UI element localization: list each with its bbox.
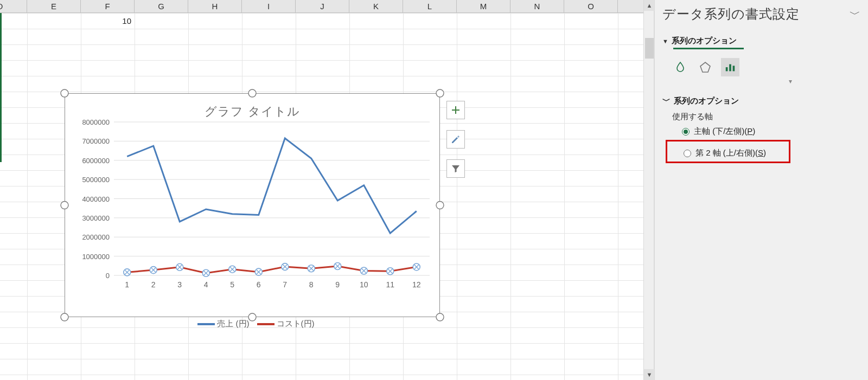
svg-text:2000000: 2000000 <box>82 233 110 241</box>
format-data-series-pane: データ系列の書式設定 ﹀ ▼ 系列のオプション ▾ ﹀ 系列のオプション 使用す… <box>654 0 868 380</box>
series-options-header[interactable]: ▼ 系列のオプション <box>662 36 860 46</box>
svg-text:5: 5 <box>230 280 234 289</box>
column-header[interactable]: G <box>135 0 188 13</box>
scroll-down-arrow[interactable]: ▼ <box>644 369 655 380</box>
series-options-label: 系列のオプション <box>672 36 737 46</box>
svg-text:4000000: 4000000 <box>82 195 110 203</box>
column-header[interactable]: D <box>0 0 27 13</box>
column-header[interactable]: F <box>81 0 135 13</box>
column-header-row: DEFGHIJKLMNO <box>0 0 643 13</box>
svg-text:3: 3 <box>177 280 182 289</box>
selection-edge <box>0 13 2 162</box>
column-header[interactable]: L <box>403 0 457 13</box>
legend-entry[interactable]: 売上 (円) <box>217 319 249 328</box>
column-header[interactable]: K <box>349 0 403 13</box>
chart-plot-area[interactable]: 0100000020000003000000400000050000006000… <box>65 120 441 315</box>
effects-icon[interactable] <box>696 58 714 76</box>
radio-on-icon <box>682 128 690 136</box>
svg-text:11: 11 <box>386 280 394 289</box>
secondary-axis-text: 第 2 軸 (上/右側)(S) <box>695 148 766 158</box>
column-header[interactable]: H <box>188 0 242 13</box>
svg-text:0: 0 <box>106 272 110 280</box>
svg-rect-76 <box>729 65 731 72</box>
column-header[interactable]: E <box>27 0 81 13</box>
primary-axis-radio[interactable]: 主軸 (下/左側)(P) <box>682 126 860 137</box>
secondary-axis-radio[interactable]: 第 2 軸 (上/右側)(S) <box>684 148 784 158</box>
series-options-sublabel: 系列のオプション <box>674 96 739 106</box>
vertical-scrollbar[interactable]: ▲ ▼ <box>643 0 654 380</box>
chart-styles-button[interactable] <box>446 130 465 149</box>
format-category-icons <box>671 58 860 76</box>
column-header[interactable]: N <box>510 0 564 13</box>
svg-text:9: 9 <box>335 280 340 289</box>
svg-text:1000000: 1000000 <box>82 253 110 261</box>
primary-axis-text: 主軸 (下/左側)(P) <box>694 126 755 137</box>
svg-text:8: 8 <box>309 280 314 289</box>
svg-rect-77 <box>733 66 735 71</box>
secondary-axis-highlight: 第 2 軸 (上/右側)(S) <box>666 140 790 163</box>
plot-on-axis-label: 使用する軸 <box>672 112 860 122</box>
radio-off-icon <box>684 150 691 157</box>
svg-text:6: 6 <box>257 280 261 289</box>
svg-text:6000000: 6000000 <box>82 157 110 165</box>
svg-text:2: 2 <box>151 280 156 289</box>
svg-text:12: 12 <box>412 280 421 289</box>
fill-line-icon[interactable] <box>671 58 690 76</box>
embedded-chart[interactable]: グラフ タイトル 0100000020000003000000400000050… <box>65 93 440 317</box>
column-header[interactable]: O <box>564 0 618 13</box>
selected-tab-caret-icon: ▾ <box>720 78 860 85</box>
svg-text:10: 10 <box>360 280 368 289</box>
svg-text:3000000: 3000000 <box>82 214 110 222</box>
series-options-subheader[interactable]: ﹀ 系列のオプション <box>662 96 860 106</box>
legend-entry[interactable]: コスト(円) <box>277 319 315 328</box>
scroll-thumb[interactable] <box>645 38 654 59</box>
pane-dropdown-icon[interactable]: ﹀ <box>850 7 860 22</box>
svg-text:7: 7 <box>283 280 287 289</box>
svg-text:8000000: 8000000 <box>82 120 110 126</box>
chart-filter-button[interactable] <box>446 159 465 178</box>
column-header[interactable]: J <box>296 0 349 13</box>
chart-title[interactable]: グラフ タイトル <box>65 104 439 120</box>
cell-value[interactable]: 10 <box>81 16 131 25</box>
svg-rect-75 <box>726 67 728 71</box>
pane-title: データ系列の書式設定 <box>662 5 800 23</box>
chart-legend[interactable]: 売上 (円)コスト(円) <box>65 319 439 329</box>
collapse-triangle-icon: ▼ <box>662 38 668 44</box>
collapse-triangle-icon: ﹀ <box>662 96 671 106</box>
scroll-up-arrow[interactable]: ▲ <box>644 0 655 11</box>
series-options-icon[interactable] <box>721 58 739 76</box>
column-header[interactable]: M <box>457 0 510 13</box>
svg-text:1: 1 <box>125 280 129 289</box>
svg-text:4: 4 <box>204 280 208 289</box>
svg-marker-74 <box>700 62 710 72</box>
chart-elements-button[interactable] <box>446 101 465 119</box>
svg-text:5000000: 5000000 <box>82 176 110 184</box>
column-header[interactable]: I <box>242 0 296 13</box>
svg-text:7000000: 7000000 <box>82 137 110 145</box>
